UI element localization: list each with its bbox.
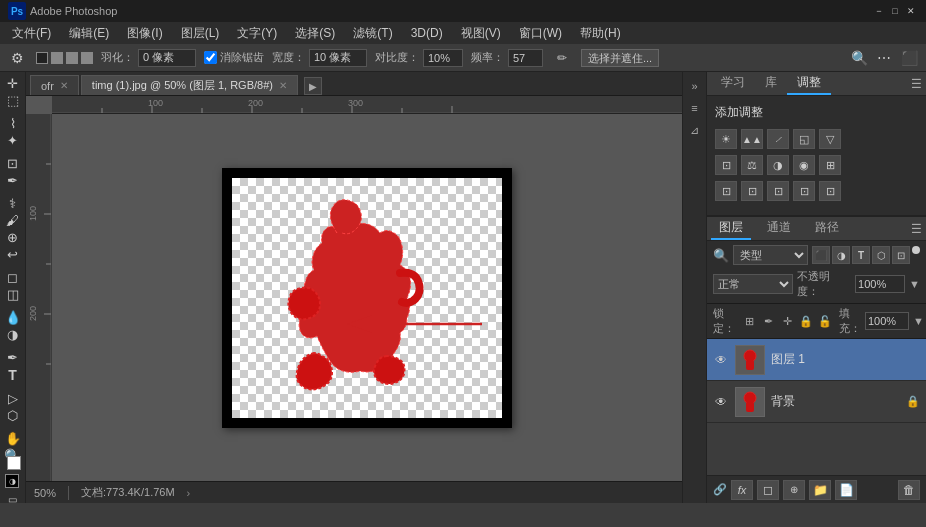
lasso-tool[interactable]: ⌇ [2, 116, 24, 131]
freq-input[interactable] [508, 49, 543, 67]
new-fill-button[interactable]: ⊕ [783, 480, 805, 500]
menu-layer[interactable]: 图层(L) [173, 23, 228, 44]
adj-brightness[interactable]: ☀ [715, 129, 737, 149]
eraser-tool[interactable]: ◻ [2, 270, 24, 285]
adj-invert[interactable]: ⊡ [819, 181, 841, 201]
shape-swatch3[interactable] [81, 52, 93, 64]
select-mask-btn[interactable]: 选择并遮住... [581, 49, 659, 67]
menu-help[interactable]: 帮助(H) [572, 23, 629, 44]
layers-menu-icon[interactable]: ☰ [911, 222, 922, 236]
link-icon-btn[interactable]: 🔗 [713, 483, 727, 496]
delete-layer-button[interactable]: 🗑 [898, 480, 920, 500]
add-mask-button[interactable]: ◻ [757, 480, 779, 500]
contrast-input[interactable] [423, 49, 463, 67]
filter-dot[interactable] [912, 246, 920, 254]
adj-photo-filter[interactable]: ◉ [793, 155, 815, 175]
lock-transparent-icon[interactable]: ⊞ [741, 313, 757, 329]
menu-file[interactable]: 文件(F) [4, 23, 59, 44]
tab-ofr-close[interactable]: ✕ [60, 80, 68, 91]
pen-tool[interactable]: ✒ [2, 350, 24, 365]
maximize-button[interactable]: □ [888, 4, 902, 18]
new-layer-button[interactable]: 📄 [835, 480, 857, 500]
screen-mode-btn[interactable]: ▭ [2, 494, 24, 505]
blend-mode-select[interactable]: 正常 [713, 274, 793, 294]
menu-filter[interactable]: 滤镜(T) [345, 23, 400, 44]
adj-vibrance[interactable]: ▽ [819, 129, 841, 149]
filter-pixel-icon[interactable]: ⬛ [812, 246, 830, 264]
extra-btn1[interactable]: ⋯ [873, 47, 895, 69]
filter-smartobj-icon[interactable]: ⊡ [892, 246, 910, 264]
tab-ofr[interactable]: ofr ✕ [30, 75, 79, 95]
history-brush-tool[interactable]: ↩ [2, 247, 24, 262]
tab-learn[interactable]: 学习 [711, 72, 755, 95]
tab-channels[interactable]: 通道 [759, 217, 799, 240]
clone-stamp-tool[interactable]: ⊕ [2, 230, 24, 245]
extra-btn2[interactable]: ⬛ [898, 47, 920, 69]
lock-position-icon[interactable]: ✛ [779, 313, 795, 329]
menu-3d[interactable]: 3D(D) [403, 24, 451, 42]
filter-adj-icon[interactable]: ◑ [832, 246, 850, 264]
rect-select-tool[interactable]: ⬚ [2, 93, 24, 108]
adj-hsl[interactable]: ⊡ [715, 155, 737, 175]
tab-adjustments[interactable]: 调整 [787, 72, 831, 95]
adj-threshold[interactable]: ⊡ [741, 181, 763, 201]
canvas-content[interactable]: .char-stroke { fill: #cc2222; stroke: #f… [52, 114, 682, 481]
lock-artboard-icon[interactable]: 🔒 [798, 313, 814, 329]
menu-view[interactable]: 视图(V) [453, 23, 509, 44]
menu-select[interactable]: 选择(S) [287, 23, 343, 44]
tab-timg[interactable]: timg (1).jpg @ 50% (图层 1, RGB/8#) ✕ [81, 75, 298, 95]
layer-item-background[interactable]: 👁 背景 🔒 [707, 381, 926, 423]
tab-library[interactable]: 库 [755, 72, 787, 95]
tab-paths[interactable]: 路径 [807, 217, 847, 240]
adj-posterize[interactable]: ⊡ [715, 181, 737, 201]
hand-tool[interactable]: ✋ [2, 431, 24, 446]
lock-all-icon[interactable]: 🔓 [817, 313, 833, 329]
bg-visibility-icon[interactable]: 👁 [713, 394, 729, 410]
menu-edit[interactable]: 编辑(E) [61, 23, 117, 44]
fg-color-swatch[interactable] [36, 52, 48, 64]
opacity-input[interactable] [855, 275, 905, 293]
menu-window[interactable]: 窗口(W) [511, 23, 570, 44]
layer-type-select[interactable]: 类型 [733, 245, 808, 265]
magic-wand-tool[interactable]: ✦ [2, 133, 24, 148]
mini-layers-btn[interactable]: ≡ [685, 98, 705, 118]
filter-shape-icon[interactable]: ⬡ [872, 246, 890, 264]
dodge-tool[interactable]: ◑ [2, 327, 24, 342]
more-info-arrow[interactable]: › [187, 487, 191, 499]
eyedropper-tool[interactable]: ✒ [2, 173, 24, 188]
background-color[interactable] [7, 456, 21, 470]
adj-bw[interactable]: ◑ [767, 155, 789, 175]
menu-type[interactable]: 文字(Y) [229, 23, 285, 44]
lock-pixel-icon[interactable]: ✒ [760, 313, 776, 329]
adj-curves[interactable]: ⟋ [767, 129, 789, 149]
feather-input[interactable] [138, 49, 196, 67]
layer1-visibility-icon[interactable]: 👁 [713, 352, 729, 368]
tab-timg-close[interactable]: ✕ [279, 80, 287, 91]
blur-tool[interactable]: 💧 [2, 310, 24, 325]
fill-arrow[interactable]: ▼ [913, 315, 924, 327]
shape-swatch2[interactable] [66, 52, 78, 64]
new-group-button[interactable]: 📁 [809, 480, 831, 500]
adj-selective-color[interactable]: ⊡ [793, 181, 815, 201]
type-tool[interactable]: T [2, 367, 24, 383]
adj-gradient-map[interactable]: ⊡ [767, 181, 789, 201]
shape-tool[interactable]: ⬡ [2, 408, 24, 423]
adj-channel-mixer[interactable]: ⊞ [819, 155, 841, 175]
window-controls[interactable]: − □ ✕ [872, 4, 918, 18]
mini-expand-btn[interactable]: » [685, 76, 705, 96]
mini-adj-btn[interactable]: ⊿ [685, 120, 705, 140]
adj-levels[interactable]: ▲▲ [741, 129, 763, 149]
filter-type-icon[interactable]: T [852, 246, 870, 264]
panel-menu-icon[interactable]: ☰ [911, 77, 922, 91]
anti-alias-checkbox[interactable] [204, 51, 217, 64]
brush-tool[interactable]: 🖌 [2, 213, 24, 228]
minimize-button[interactable]: − [872, 4, 886, 18]
tool-preset-btn[interactable]: ⚙ [6, 47, 28, 69]
adj-exposure[interactable]: ◱ [793, 129, 815, 149]
menu-image[interactable]: 图像(I) [119, 23, 170, 44]
width-input[interactable] [309, 49, 367, 67]
tabs-arrow[interactable]: ▶ [304, 77, 322, 95]
search-btn[interactable]: 🔍 [848, 47, 870, 69]
quick-mask-btn[interactable]: ◑ [8, 476, 18, 486]
path-select-tool[interactable]: ▷ [2, 391, 24, 406]
